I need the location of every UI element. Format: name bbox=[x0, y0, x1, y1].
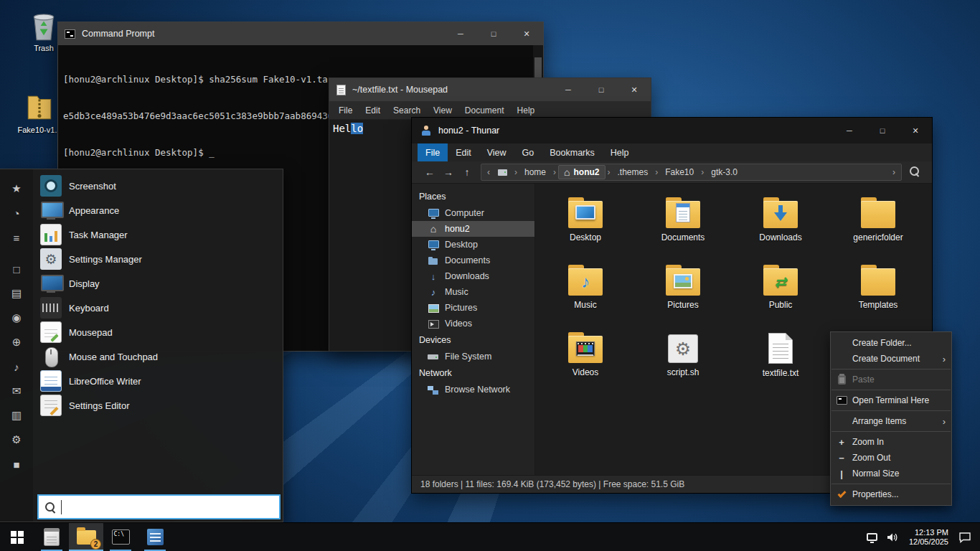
breadcrumb-gtk-3-0[interactable]: gtk-3.0 bbox=[706, 165, 743, 179]
mousepad-minimize-button[interactable]: ─ bbox=[552, 78, 585, 101]
pictures-icon bbox=[428, 303, 439, 314]
context-item-arrange-items[interactable]: Arrange Items › bbox=[831, 413, 951, 429]
breadcrumb-fake10[interactable]: Fake10 bbox=[660, 165, 699, 179]
other-category-icon[interactable]: ▥ bbox=[0, 403, 33, 428]
context-item-zoom-in[interactable]: + Zoom In bbox=[831, 434, 951, 450]
context-item-zoom-out[interactable]: − Zoom Out bbox=[831, 450, 951, 466]
file-documents[interactable]: Documents bbox=[634, 194, 732, 261]
menu-edit[interactable]: Edit bbox=[448, 143, 479, 161]
start-button[interactable] bbox=[0, 523, 34, 551]
thunar-titlebar[interactable]: honu2 - Thunar ─ □ ✕ bbox=[412, 118, 932, 143]
context-item-open-terminal-here[interactable]: Open Terminal Here bbox=[831, 392, 951, 408]
file-templates[interactable]: Templates bbox=[829, 261, 927, 329]
file-public[interactable]: ⇄ Public bbox=[732, 261, 829, 329]
context-item-create-document[interactable]: Create Document › bbox=[831, 351, 951, 367]
context-item-create-folder[interactable]: Create Folder... bbox=[831, 335, 951, 351]
sidebar-item-desktop[interactable]: Desktop bbox=[412, 237, 534, 253]
taskbar-mousepad-button[interactable] bbox=[34, 523, 69, 551]
menu-go[interactable]: Go bbox=[514, 143, 542, 161]
menu-item-libreoffice-writer[interactable]: LibreOffice Writer bbox=[33, 369, 283, 393]
menu-file[interactable]: File bbox=[418, 143, 448, 161]
sidebar-item-videos[interactable]: Videos bbox=[412, 316, 534, 331]
taskbar-file-manager-button[interactable]: 2 bbox=[69, 523, 103, 551]
menu-item-display[interactable]: Display bbox=[33, 271, 283, 296]
taskbar-cmd-button[interactable] bbox=[103, 523, 138, 551]
file-script-sh[interactable]: ⚙ script.sh bbox=[634, 329, 732, 396]
graphics-category-icon[interactable]: ◉ bbox=[0, 306, 33, 330]
favorites-icon[interactable]: ★ bbox=[0, 176, 33, 201]
up-button[interactable]: ↑ bbox=[458, 166, 476, 178]
sidebar-item-browse-network[interactable]: Browse Network bbox=[412, 382, 534, 397]
breadcrumb-root[interactable] bbox=[493, 165, 512, 179]
archive-icon bbox=[26, 92, 53, 123]
context-item-normal-size[interactable]: | Normal Size bbox=[831, 466, 951, 481]
breadcrumb-honu2[interactable]: ⌂honu2 bbox=[558, 165, 605, 179]
all-applications-icon[interactable]: ≡ bbox=[0, 225, 33, 250]
menu-item-keyboard[interactable]: Keyboard bbox=[33, 296, 283, 320]
file-genericfolder[interactable]: genericfolder bbox=[829, 194, 927, 261]
back-button[interactable]: ← bbox=[420, 166, 439, 178]
taskbar-clock[interactable]: 12:13 PM 12/05/2025 bbox=[903, 528, 954, 547]
accessories-category-icon[interactable]: □ bbox=[0, 257, 33, 281]
thunar-pathbar[interactable]: ‹ › home › ⌂honu2 › .themes › Fake10 › g… bbox=[481, 164, 902, 181]
sidebar-item-honu2[interactable]: ⌂honu2 bbox=[412, 221, 534, 237]
breadcrumb-home[interactable]: home bbox=[519, 165, 551, 179]
context-item-properties[interactable]: Properties... bbox=[831, 486, 951, 502]
menu-item-settings-editor[interactable]: Settings Editor bbox=[33, 393, 283, 418]
menu-view[interactable]: View bbox=[479, 143, 514, 161]
cmd-close-button[interactable]: ✕ bbox=[510, 22, 543, 45]
mousepad-titlebar[interactable]: ~/textfile.txt - Mousepad ─ □ ✕ bbox=[329, 78, 651, 101]
file-desktop[interactable]: Desktop bbox=[537, 194, 634, 261]
file-downloads[interactable]: Downloads bbox=[732, 194, 829, 261]
internet-category-icon[interactable]: ⊕ bbox=[0, 330, 33, 354]
menu-item-settings-manager[interactable]: Settings Manager bbox=[33, 247, 283, 271]
thunar-minimize-button[interactable]: ─ bbox=[833, 118, 866, 143]
breadcrumb-themes[interactable]: .themes bbox=[613, 165, 654, 179]
path-scroll-right-icon[interactable]: › bbox=[890, 167, 898, 177]
cmd-maximize-button[interactable]: □ bbox=[477, 22, 510, 45]
desktop-icon-archive[interactable]: Fake10-v1... bbox=[16, 92, 63, 134]
volume-icon[interactable] bbox=[883, 523, 902, 551]
settings-category-icon[interactable]: ⚙ bbox=[0, 428, 33, 452]
context-item-paste[interactable]: Paste bbox=[831, 372, 951, 387]
sidebar-item-computer[interactable]: Computer bbox=[412, 205, 534, 221]
sidebar-item-file-system[interactable]: File System bbox=[412, 349, 534, 364]
menu-item-appearance[interactable]: Appearance bbox=[33, 198, 283, 222]
thunar-maximize-button[interactable]: □ bbox=[866, 118, 899, 143]
menu-item-mouse-and-touchpad[interactable]: Mouse and Touchpad bbox=[33, 344, 283, 369]
file-pictures[interactable]: Pictures bbox=[634, 261, 732, 329]
development-category-icon[interactable]: ▤ bbox=[0, 281, 33, 306]
multimedia-category-icon[interactable]: ♪ bbox=[0, 354, 33, 379]
menu-item-mousepad[interactable]: Mousepad bbox=[33, 320, 283, 344]
network-icon[interactable] bbox=[863, 523, 882, 551]
menu-file[interactable]: File bbox=[332, 101, 359, 119]
search-icon[interactable] bbox=[906, 164, 923, 181]
menu-search-input[interactable] bbox=[37, 494, 281, 519]
system-category-icon[interactable]: ■ bbox=[0, 452, 33, 476]
action-center-icon[interactable] bbox=[956, 523, 974, 551]
menu-edit[interactable]: Edit bbox=[359, 101, 387, 119]
thunar-close-button[interactable]: ✕ bbox=[899, 118, 932, 143]
file-textfile-txt[interactable]: textfile.txt bbox=[732, 329, 829, 396]
menu-bookmarks[interactable]: Bookmarks bbox=[542, 143, 603, 161]
cmd-titlebar[interactable]: Command Prompt ─ □ ✕ bbox=[58, 22, 543, 45]
menu-item-task-manager[interactable]: Task Manager bbox=[33, 222, 283, 247]
taskbar-app4-button[interactable] bbox=[138, 523, 172, 551]
path-scroll-left-icon[interactable]: ‹ bbox=[484, 167, 493, 177]
office-category-icon[interactable]: ✉ bbox=[0, 379, 33, 403]
home-icon: ⌂ bbox=[564, 167, 570, 178]
sidebar-item-music[interactable]: ♪Music bbox=[412, 284, 534, 300]
recently-used-icon[interactable]: ◔ bbox=[0, 201, 33, 225]
mousepad-maximize-button[interactable]: □ bbox=[585, 78, 618, 101]
menu-item-screenshot[interactable]: Screenshot bbox=[33, 174, 283, 198]
sidebar-item-pictures[interactable]: Pictures bbox=[412, 300, 534, 316]
paste-icon bbox=[838, 375, 846, 385]
sidebar-item-documents[interactable]: Documents bbox=[412, 253, 534, 268]
sidebar-item-downloads[interactable]: ↓Downloads bbox=[412, 268, 534, 284]
forward-button[interactable]: → bbox=[439, 166, 458, 178]
cmd-minimize-button[interactable]: ─ bbox=[444, 22, 477, 45]
menu-help[interactable]: Help bbox=[603, 143, 637, 161]
mousepad-close-button[interactable]: ✕ bbox=[618, 78, 651, 101]
file-videos[interactable]: Videos bbox=[537, 329, 634, 396]
file-music[interactable]: ♪ Music bbox=[537, 261, 634, 329]
